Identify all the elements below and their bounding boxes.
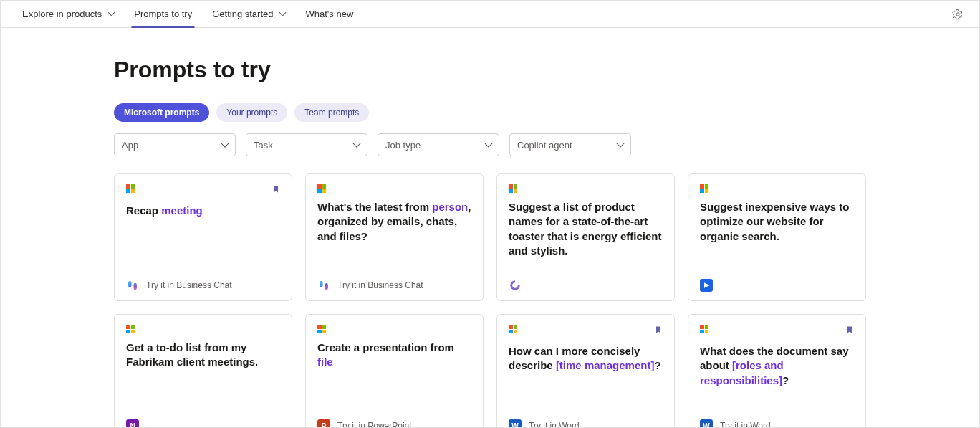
filter-job-type[interactable]: Job type [378, 133, 499, 156]
bookmark-icon[interactable] [845, 325, 854, 337]
prompt-card[interactable]: How can I more concisely describe [time … [496, 314, 675, 428]
prompt-variable: person [432, 201, 468, 213]
card-header [700, 325, 854, 337]
copilot-icon [126, 279, 139, 292]
page-title: Prompts to try [114, 57, 866, 83]
bookmark-icon[interactable] [654, 325, 663, 337]
prompt-variable: meeting [161, 204, 203, 217]
card-footer: WTry it in Word [700, 414, 854, 428]
card-header [317, 325, 471, 333]
card-footer [509, 273, 663, 292]
try-it-link[interactable]: Try it in Business Chat [337, 280, 423, 290]
prompt-text: What's the latest from person, organized… [317, 200, 471, 244]
word-icon: W [509, 419, 522, 428]
prompt-text: Suggest a list of product names for a st… [509, 200, 663, 258]
filter-app-label: App [122, 140, 138, 151]
chevron-down-icon [484, 139, 492, 147]
card-footer: Try it in Business Chat [126, 273, 280, 292]
try-it-link[interactable]: Try it in Business Chat [146, 280, 232, 290]
bookmark-icon[interactable] [272, 184, 280, 196]
chevron-down-icon [616, 139, 624, 147]
prompt-source-tabs: Microsoft prompts Your prompts Team prom… [114, 103, 866, 122]
copilot-icon [317, 279, 330, 292]
nav-prompts-label: Prompts to try [134, 9, 192, 19]
prompt-text-post: ? [782, 374, 789, 386]
filter-row: App Task Job type Copilot agent [114, 133, 866, 156]
microsoft-logo-icon [700, 325, 708, 333]
settings-button[interactable] [948, 4, 968, 24]
card-footer: PTry it in PowerPoint [317, 414, 471, 428]
try-it-link[interactable]: Try it in Word [529, 421, 580, 428]
filter-copilot-agent-label: Copilot agent [517, 140, 572, 151]
prompt-card[interactable]: Create a presentation from filePTry it i… [305, 314, 484, 428]
card-header [126, 184, 280, 196]
microsoft-logo-icon [126, 325, 135, 333]
chevron-down-icon [352, 139, 360, 147]
microsoft-logo-icon [126, 184, 135, 193]
card-footer: Try it in Business Chat [317, 273, 471, 292]
filter-copilot-agent[interactable]: Copilot agent [509, 133, 631, 156]
prompt-text-pre: What's the latest from [317, 201, 432, 213]
top-nav: Explore in products Prompts to try Getti… [1, 1, 979, 28]
prompt-text: Recap meeting [126, 204, 280, 218]
prompt-variable: file [317, 356, 333, 368]
tab-team-prompts[interactable]: Team prompts [294, 103, 369, 122]
prompt-text-post: ? [654, 359, 660, 371]
card-footer: N [126, 414, 280, 428]
prompt-text: Create a presentation from file [317, 341, 471, 370]
prompt-text-pre: Suggest inexpensive ways to optimize our… [700, 201, 849, 242]
prompt-text-pre: Get a to-do list from my Fabrikam client… [126, 341, 258, 368]
card-header [509, 325, 663, 337]
nav-prompts[interactable]: Prompts to try [124, 1, 202, 28]
prompt-card[interactable]: What does the document say about [roles … [688, 314, 866, 428]
tab-microsoft-prompts[interactable]: Microsoft prompts [114, 103, 209, 122]
microsoft-logo-icon [700, 184, 708, 193]
filter-app[interactable]: App [114, 133, 236, 156]
card-header [700, 184, 854, 193]
prompt-card[interactable]: Get a to-do list from my Fabrikam client… [114, 314, 292, 428]
prompt-text: How can I more concisely describe [time … [509, 344, 663, 374]
prompt-card[interactable]: Recap meetingTry it in Business Chat [114, 173, 292, 301]
clipchamp-icon [700, 279, 713, 292]
nav-explore-label: Explore in products [22, 9, 102, 19]
card-footer: WTry it in Word [509, 414, 663, 428]
card-header [509, 184, 663, 193]
filter-job-type-label: Job type [385, 140, 421, 151]
prompt-text-pre: Recap [126, 204, 161, 217]
try-it-link[interactable]: Try it in PowerPoint [337, 421, 412, 428]
prompt-card[interactable]: Suggest a list of product names for a st… [496, 173, 675, 301]
prompt-text-pre: Create a presentation from [317, 341, 454, 353]
microsoft-logo-icon [509, 325, 517, 333]
nav-getting-started[interactable]: Getting started [202, 1, 295, 28]
card-header [317, 184, 471, 193]
prompt-card[interactable]: What's the latest from person, organized… [305, 173, 484, 301]
filter-task-label: Task [254, 140, 273, 151]
try-it-link[interactable]: Try it in Word [720, 421, 771, 428]
tab-your-prompts[interactable]: Your prompts [216, 103, 287, 122]
gear-icon [952, 9, 964, 20]
filter-task[interactable]: Task [246, 133, 368, 156]
microsoft-logo-icon [509, 184, 517, 193]
loop-icon [509, 279, 522, 292]
microsoft-logo-icon [317, 325, 326, 333]
nav-whats-new[interactable]: What's new [295, 1, 363, 28]
cards-grid: Recap meetingTry it in Business ChatWhat… [114, 173, 866, 428]
word-icon: W [700, 419, 713, 428]
powerpoint-icon: P [317, 419, 330, 428]
prompt-variable: [time management] [556, 359, 655, 371]
card-header [126, 325, 280, 333]
onenote-icon: N [126, 419, 139, 428]
page-content: Prompts to try Microsoft prompts Your pr… [100, 28, 880, 428]
svg-point-0 [956, 12, 959, 15]
prompt-text: Suggest inexpensive ways to optimize our… [700, 200, 854, 244]
nav-whats-new-label: What's new [305, 9, 353, 19]
nav-getting-started-label: Getting started [212, 9, 273, 19]
chevron-down-icon [221, 139, 229, 147]
prompt-text: What does the document say about [roles … [700, 344, 854, 388]
card-footer [700, 273, 854, 292]
prompt-text: Get a to-do list from my Fabrikam client… [126, 341, 280, 370]
prompt-card[interactable]: Suggest inexpensive ways to optimize our… [688, 173, 866, 301]
prompt-text-pre: Suggest a list of product names for a st… [509, 201, 661, 257]
nav-explore[interactable]: Explore in products [12, 1, 124, 28]
microsoft-logo-icon [317, 184, 326, 193]
